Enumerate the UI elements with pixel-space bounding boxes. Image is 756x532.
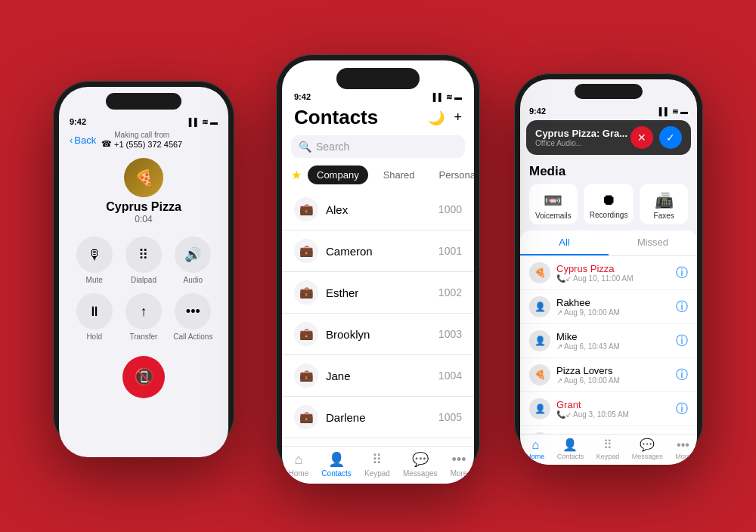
calls-section: All Missed 🍕 Cyprus Pizza 📞↙ Aug 10, 11:… — [520, 230, 697, 434]
call-from-info: Making call from ☎ +1 (555) 372 4567 — [101, 131, 182, 149]
hold-icon: ⏸ — [88, 304, 101, 320]
contact-ext-darlene: 1005 — [438, 411, 462, 423]
tab-messages[interactable]: 💬 Messages — [403, 451, 438, 478]
contact-list: 💼 Alex 1000 💼 Cameron 1001 💼 Esther — [282, 189, 474, 446]
media-recordings[interactable]: ⏺ Recordings — [584, 184, 634, 224]
decline-button[interactable]: ✕ — [631, 126, 653, 149]
favorites-star-icon[interactable]: ★ — [291, 168, 302, 182]
info-button-grant[interactable]: ⓘ — [676, 401, 688, 417]
contact-name-darlene: Darlene — [326, 411, 366, 424]
contact-left: 💼 Jane — [294, 363, 351, 388]
active-call-banner[interactable]: Cyprus Pizza: Gra... Office Audio... ✕ ✓ — [526, 120, 691, 155]
call-log-cyprus-pizza[interactable]: 🍕 Cyprus Pizza 📞↙ Aug 10, 11:00 AM ⓘ — [520, 256, 697, 290]
center-screen: 9:42 ▌▌ ≋ ▬ Contacts 🌙 + 🔍 Search — [282, 60, 474, 484]
info-button-pizza-lovers[interactable]: ⓘ — [676, 367, 688, 383]
right-tab-home[interactable]: ⌂ Home — [526, 438, 544, 460]
back-button[interactable]: ‹ Back — [70, 135, 96, 146]
contact-ext-alex: 1000 — [438, 203, 462, 215]
signal-icon: ▌▌ — [189, 118, 200, 126]
mute-button[interactable]: 🎙 Mute — [74, 237, 114, 284]
end-call-icon: 📵 — [134, 367, 154, 387]
mute-label: Mute — [86, 276, 103, 284]
end-call-button[interactable]: 📵 — [122, 356, 165, 398]
right-status-icons: ▌▌ ≋ ▬ — [659, 107, 688, 116]
phone-right: 9:42 ▌▌ ≋ ▬ Cyprus Pizza: Gra... Office … — [514, 73, 703, 459]
messages-icon: 💬 — [640, 438, 655, 452]
contact-name: Cyprus Pizza — [106, 200, 181, 214]
audio-button[interactable]: 🔊 Audio — [173, 237, 213, 284]
add-contact-icon[interactable]: + — [454, 110, 462, 125]
tab-more[interactable]: ••• More — [451, 452, 468, 478]
briefcase-icon: 💼 — [294, 239, 318, 263]
center-status-bar: 9:42 ▌▌ ≋ ▬ — [282, 89, 474, 101]
recordings-icon: ⏺ — [601, 191, 616, 209]
right-screen: 9:42 ▌▌ ≋ ▬ Cyprus Pizza: Gra... Office … — [520, 79, 697, 465]
call-log-info: Rakhee ↗ Aug 9, 10:00 AM — [556, 297, 676, 317]
contact-name-brooklyn: Brooklyn — [326, 328, 370, 341]
call-log-avatar: 👤 — [529, 296, 550, 317]
tab-home-label: Home — [289, 469, 309, 478]
home-icon: ⌂ — [531, 438, 539, 452]
contact-item-jane[interactable]: 💼 Jane 1004 — [282, 355, 474, 397]
hold-circle: ⏸ — [76, 293, 113, 329]
filter-personal[interactable]: Personal — [430, 165, 474, 184]
calls-filter-missed[interactable]: Missed — [609, 230, 697, 255]
contact-item-esther[interactable]: 💼 Esther 1002 — [282, 272, 474, 314]
transfer-label: Transfer — [130, 332, 158, 341]
call-log-mike[interactable]: 👤 Mike ↗ Aug 6, 10:43 AM ⓘ — [520, 324, 697, 358]
call-log-info: Pizza Lovers ↗ Aug 6, 10:00 AM — [556, 365, 676, 385]
signal-icon: ▌▌ — [433, 93, 444, 101]
tab-home[interactable]: ⌂ Home — [289, 452, 309, 478]
filter-tabs: ★ Company Shared Personal — [282, 161, 474, 189]
transfer-button[interactable]: ↑ Transfer — [123, 293, 163, 341]
battery-icon: ▬ — [454, 93, 462, 101]
call-log-richelle[interactable]: 👤 Richelle ↗ Aug 1, 10:22 AM ⓘ — [520, 426, 697, 434]
right-tab-keypad-label: Keypad — [596, 453, 620, 460]
call-actions-circle: ••• — [175, 293, 211, 329]
contact-item-darlene[interactable]: 💼 Darlene 1005 — [282, 397, 474, 438]
right-tab-more[interactable]: ••• More — [675, 438, 691, 460]
moon-icon[interactable]: 🌙 — [428, 110, 445, 126]
call-log-rakhee[interactable]: 👤 Rakhee ↗ Aug 9, 10:00 AM ⓘ — [520, 290, 697, 324]
hold-button[interactable]: ⏸ Hold — [74, 293, 114, 341]
contact-left: 💼 Darlene — [294, 405, 366, 429]
contact-item-viktor[interactable]: 💼 Viktor 1006 — [282, 438, 474, 446]
calls-filter-all[interactable]: All — [520, 230, 609, 255]
tab-contacts[interactable]: 👤 Contacts — [321, 451, 351, 478]
info-button-mike[interactable]: ⓘ — [676, 333, 688, 349]
right-tab-bar: ⌂ Home 👤 Contacts ⠿ Keypad 💬 Messages ••… — [520, 434, 697, 465]
filter-company[interactable]: Company — [308, 165, 368, 184]
contact-item-cameron[interactable]: 💼 Cameron 1001 — [282, 230, 474, 272]
call-controls: 🎙 Mute ⠿ Dialpad 🔊 Audio — [59, 227, 228, 350]
info-button-rakhee[interactable]: ⓘ — [676, 299, 688, 315]
briefcase-icon: 💼 — [294, 280, 318, 305]
call-header: ‹ Back Making call from ☎ +1 (555) 372 4… — [59, 126, 228, 152]
tab-keypad[interactable]: ⠿ Keypad — [364, 451, 390, 478]
call-log-name-mike: Mike — [556, 331, 676, 342]
info-button-cyprus[interactable]: ⓘ — [676, 265, 688, 281]
left-status-bar: 9:42 ▌▌ ≋ ▬ — [59, 110, 228, 126]
center-dynamic-island — [336, 68, 420, 89]
right-tab-contacts-label: Contacts — [557, 453, 584, 460]
contact-item-brooklyn[interactable]: 💼 Brooklyn 1003 — [282, 314, 474, 355]
media-voicemails[interactable]: 📼 Voicemails — [529, 184, 578, 224]
contact-ext-jane: 1004 — [438, 370, 462, 382]
accept-button[interactable]: ✓ — [659, 126, 682, 149]
calls-filter: All Missed — [520, 230, 697, 256]
wifi-icon: ≋ — [446, 93, 452, 101]
call-log-grant[interactable]: 👤 Grant 📞↙ Aug 3, 10:05 AM ⓘ — [520, 392, 697, 426]
outgoing-call-icon: ↗ — [556, 308, 562, 317]
filter-shared[interactable]: Shared — [374, 165, 424, 184]
contact-item-alex[interactable]: 💼 Alex 1000 — [282, 189, 474, 230]
call-actions-button[interactable]: ••• Call Actions — [173, 293, 213, 341]
call-log-avatar: 🍕 — [529, 262, 550, 283]
dialpad-button[interactable]: ⠿ Dialpad — [123, 237, 163, 284]
call-log-pizza-lovers[interactable]: 🍕 Pizza Lovers ↗ Aug 6, 10:00 AM ⓘ — [520, 358, 697, 392]
right-tab-messages[interactable]: 💬 Messages — [632, 438, 663, 460]
tab-messages-label: Messages — [403, 469, 438, 478]
right-tab-keypad[interactable]: ⠿ Keypad — [596, 438, 620, 460]
media-faxes[interactable]: 📠 Faxes — [640, 184, 688, 224]
search-bar[interactable]: 🔍 Search — [291, 135, 465, 158]
right-tab-contacts[interactable]: 👤 Contacts — [557, 438, 584, 460]
contact-ext-esther: 1002 — [438, 286, 462, 298]
